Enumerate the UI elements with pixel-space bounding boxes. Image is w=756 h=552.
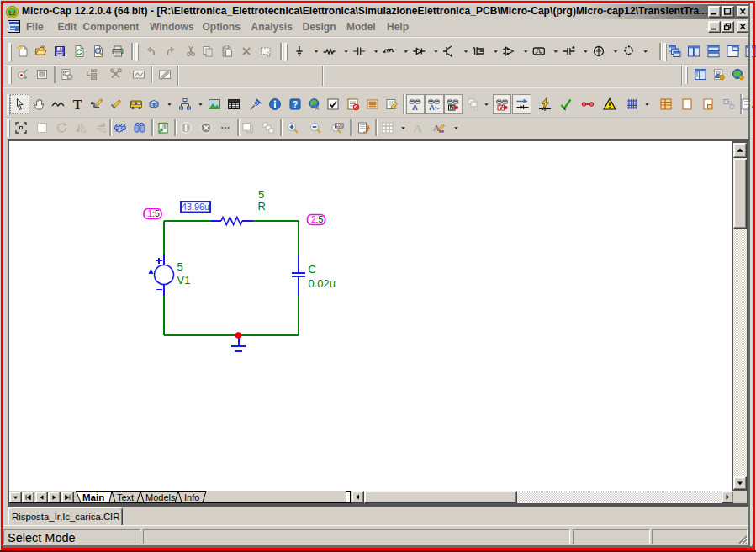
svg-text:C: C bbox=[309, 263, 316, 276]
svg-text:Info: Info bbox=[184, 492, 199, 502]
svg-text:5: 5 bbox=[177, 260, 183, 273]
svg-text:R: R bbox=[258, 200, 266, 213]
svg-text:Main: Main bbox=[82, 492, 104, 502]
svg-text::5: :5 bbox=[316, 214, 324, 224]
svg-text:12: 12 bbox=[8, 9, 16, 17]
svg-text:V1: V1 bbox=[177, 274, 191, 287]
svg-text:Text: Text bbox=[117, 492, 134, 502]
svg-text:Models: Models bbox=[145, 492, 176, 502]
svg-text:43.96u: 43.96u bbox=[182, 202, 209, 212]
svg-text::5: :5 bbox=[152, 208, 160, 218]
svg-text:5: 5 bbox=[258, 188, 264, 201]
svg-text:0.02u: 0.02u bbox=[309, 277, 336, 290]
